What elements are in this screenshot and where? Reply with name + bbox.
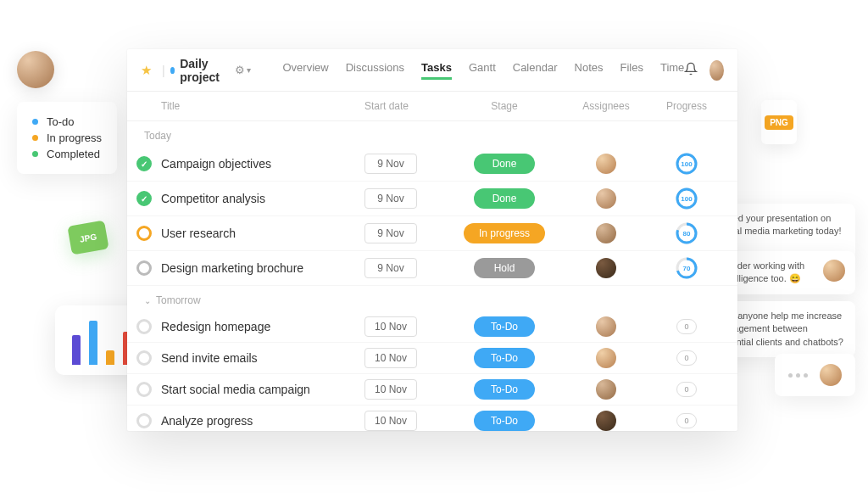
floating-avatar	[17, 51, 54, 88]
tab-time[interactable]: Time	[660, 61, 684, 80]
tab-discussions[interactable]: Discussions	[346, 61, 404, 80]
group-label[interactable]: Today	[127, 121, 737, 147]
chevron-down-icon: ⌄	[144, 296, 151, 305]
assignee-avatar[interactable]	[596, 188, 616, 209]
chevron-down-icon[interactable]: ▾	[247, 65, 251, 75]
task-title[interactable]: Competitor analysis	[161, 192, 364, 205]
legend-label: Completed	[47, 148, 100, 160]
col-stage: Stage	[449, 100, 559, 112]
start-date[interactable]: 9 Nov	[364, 154, 417, 174]
stage-pill[interactable]: Hold	[474, 258, 535, 278]
bell-icon[interactable]	[684, 62, 698, 79]
assignee-avatar[interactable]	[596, 411, 616, 431]
legend-dot-progress	[32, 135, 38, 141]
status-circle[interactable]	[136, 260, 152, 276]
stage-pill[interactable]: To-Do	[474, 379, 535, 400]
task-title[interactable]: Redesign homepage	[161, 320, 364, 333]
topbar: ★ | Daily project ⚙ ▾ OverviewDiscussion…	[127, 49, 737, 92]
stage-pill[interactable]: In progress	[464, 223, 545, 243]
task-title[interactable]: User research	[161, 227, 364, 240]
progress-ring: 100	[675, 187, 698, 210]
col-start: Start date	[364, 100, 449, 112]
status-circle[interactable]	[136, 413, 152, 428]
col-title: Title	[161, 100, 364, 112]
start-date[interactable]: 10 Nov	[364, 316, 417, 337]
star-icon[interactable]: ★	[141, 63, 152, 78]
legend-label: To-do	[47, 115, 75, 128]
chart-bar	[72, 335, 81, 365]
progress-ring: 100	[675, 152, 698, 176]
task-row[interactable]: Send invite emails10 NovTo-Do0	[127, 343, 737, 374]
task-title[interactable]: Design marketing brochure	[161, 261, 364, 275]
png-label: PNG	[765, 115, 793, 130]
chart-bar	[106, 350, 114, 365]
project-title[interactable]: Daily project	[180, 57, 229, 84]
stage-pill[interactable]: To-Do	[474, 316, 535, 337]
tab-tasks[interactable]: Tasks	[421, 61, 452, 80]
tab-gantt[interactable]: Gantt	[469, 61, 496, 80]
status-circle[interactable]	[136, 226, 152, 241]
assignee-avatar[interactable]	[596, 223, 616, 243]
legend-item: Completed	[32, 148, 102, 160]
status-circle[interactable]	[136, 156, 152, 171]
progress-zero: 0	[676, 413, 697, 428]
status-circle[interactable]	[136, 319, 152, 334]
assignee-avatar[interactable]	[596, 348, 616, 368]
status-circle[interactable]	[136, 382, 152, 397]
stage-pill[interactable]: Done	[474, 154, 535, 174]
stage-pill[interactable]: To-Do	[474, 411, 535, 431]
task-title[interactable]: Campaign objectives	[161, 157, 364, 171]
start-date[interactable]: 9 Nov	[364, 223, 417, 243]
progress-zero: 0	[676, 350, 697, 366]
legend-dot-completed	[32, 151, 38, 157]
gear-icon[interactable]: ⚙	[235, 64, 245, 76]
app-window: ★ | Daily project ⚙ ▾ OverviewDiscussion…	[127, 49, 737, 431]
divider: |	[162, 64, 165, 77]
assignee-avatar[interactable]	[596, 154, 616, 174]
column-headers: Title Start date Stage Assignees Progres…	[127, 92, 737, 121]
task-row[interactable]: Competitor analysis9 NovDone100	[127, 182, 737, 216]
start-date[interactable]: 9 Nov	[364, 258, 417, 278]
group-label[interactable]: ⌄Tomorrow	[127, 286, 737, 311]
task-title[interactable]: Send invite emails	[161, 351, 364, 365]
comment-avatar	[823, 260, 845, 282]
current-user-avatar[interactable]	[709, 60, 724, 81]
assignee-avatar[interactable]	[596, 316, 616, 337]
start-date[interactable]: 10 Nov	[364, 379, 417, 400]
assignee-avatar[interactable]	[596, 258, 616, 278]
progress-ring: 70	[675, 256, 698, 280]
nav-tabs: OverviewDiscussionsTasksGanttCalendarNot…	[283, 61, 685, 80]
group-title: Tomorrow	[156, 294, 201, 306]
task-row[interactable]: Design marketing brochure9 NovHold70	[127, 251, 737, 286]
task-row[interactable]: User research9 NovIn progress80	[127, 216, 737, 251]
task-row[interactable]: Start social media campaign10 NovTo-Do0	[127, 374, 737, 406]
legend-item: To-do	[32, 115, 102, 128]
assignee-avatar[interactable]	[596, 379, 616, 400]
stage-pill[interactable]: Done	[474, 188, 535, 209]
legend-dot-todo	[32, 119, 38, 125]
start-date[interactable]: 9 Nov	[364, 188, 417, 209]
start-date[interactable]: 10 Nov	[364, 348, 417, 368]
legend-item: In progress	[32, 131, 102, 144]
tab-notes[interactable]: Notes	[575, 61, 604, 80]
stage-pill[interactable]: To-Do	[474, 348, 535, 368]
tab-overview[interactable]: Overview	[283, 61, 329, 80]
task-row[interactable]: Redesign homepage10 NovTo-Do0	[127, 311, 737, 343]
task-title[interactable]: Start social media campaign	[161, 383, 364, 396]
task-title[interactable]: Analyze progress	[161, 414, 364, 428]
status-legend: To-do In progress Completed	[17, 102, 117, 174]
project-color-dot	[170, 67, 175, 74]
tab-files[interactable]: Files	[620, 61, 643, 80]
progress-ring: 80	[675, 221, 698, 245]
group-title: Today	[144, 130, 171, 142]
task-row[interactable]: Campaign objectives9 NovDone100	[127, 147, 737, 182]
task-list: TodayCampaign objectives9 NovDone100Comp…	[127, 121, 737, 431]
jpg-label: JPG	[79, 232, 97, 243]
task-row[interactable]: Analyze progress10 NovTo-Do0	[127, 406, 737, 431]
tab-calendar[interactable]: Calendar	[513, 61, 558, 80]
status-circle[interactable]	[136, 191, 152, 206]
start-date[interactable]: 10 Nov	[364, 411, 417, 431]
comment-typing	[775, 354, 855, 396]
col-progress: Progress	[653, 100, 721, 112]
status-circle[interactable]	[136, 350, 152, 366]
